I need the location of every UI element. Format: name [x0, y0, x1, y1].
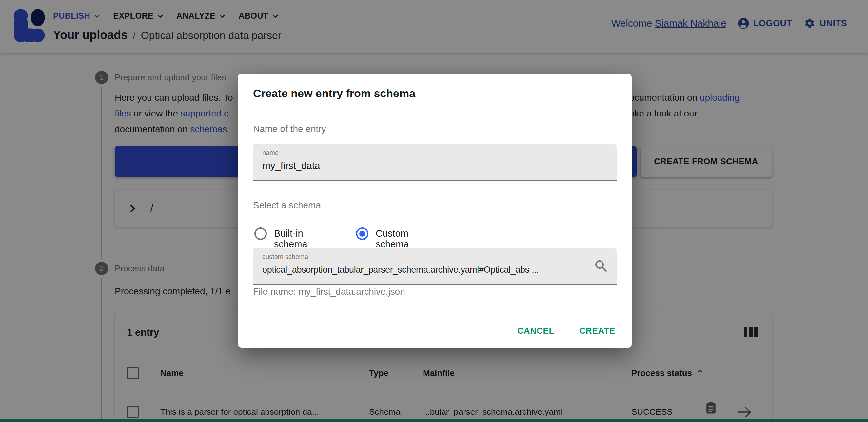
file-name-preview: File name: my_first_data.archive.json [253, 286, 405, 297]
name-field-label: name [262, 149, 279, 157]
custom-schema-radio-label[interactable]: Custom schema [376, 228, 409, 250]
name-section-label: Name of the entry [253, 124, 326, 134]
custom-schema-radio[interactable] [356, 227, 368, 240]
name-field-value[interactable]: my_first_data [262, 160, 320, 171]
entry-name-field[interactable]: name my_first_data [253, 144, 617, 181]
app-screen: 1 Prepare and upload your files Here you… [0, 0, 868, 422]
builtin-schema-radio-label[interactable]: Built-in schema [274, 228, 307, 250]
custom-schema-field[interactable]: custom schema optical_absorption_tabular… [253, 248, 617, 284]
builtin-schema-radio[interactable] [254, 227, 267, 240]
create-button[interactable]: CREATE [574, 322, 621, 340]
create-entry-dialog: Create new entry from schema Name of the… [238, 74, 632, 347]
dialog-actions: CANCEL CREATE [512, 322, 621, 340]
dialog-title: Create new entry from schema [253, 87, 415, 100]
search-icon[interactable] [594, 259, 608, 273]
custom-schema-field-label: custom schema [262, 253, 308, 260]
custom-schema-field-value[interactable]: optical_absorption_tabular_parser_schema… [262, 265, 539, 275]
schema-section-label: Select a schema [253, 200, 321, 211]
cancel-button[interactable]: CANCEL [512, 322, 560, 340]
